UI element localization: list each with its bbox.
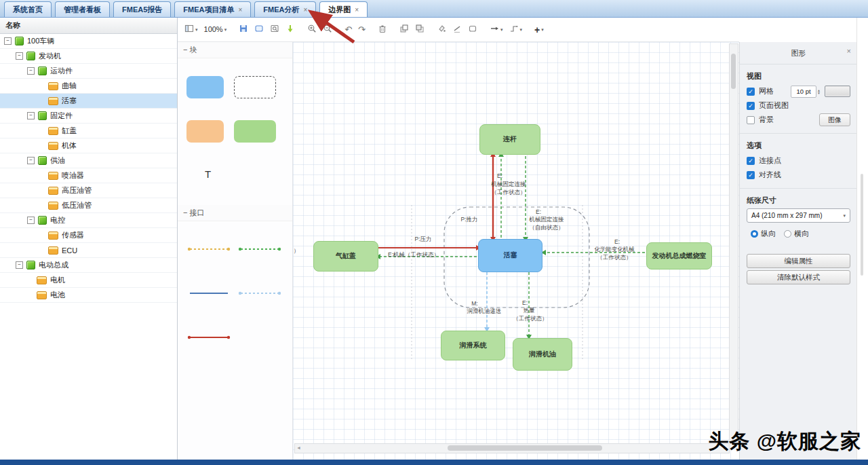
page-view-checkbox[interactable]: ✓ bbox=[747, 102, 755, 110]
vertical-scroll-thumb[interactable] bbox=[731, 54, 736, 89]
paper-size-select[interactable]: A4 (210 mm x 297 mm) ▾ bbox=[747, 208, 850, 223]
scroll-left-icon[interactable]: ◄ bbox=[296, 445, 301, 450]
tree-item[interactable]: 机体 bbox=[0, 138, 177, 153]
connector-style-icon[interactable]: ▾ bbox=[509, 24, 523, 35]
tree-item[interactable]: −100车辆 bbox=[0, 34, 177, 49]
guides-checkbox[interactable]: ✓ bbox=[747, 171, 755, 179]
diagram-block[interactable]: 连杆 bbox=[479, 124, 540, 155]
landscape-radio[interactable] bbox=[784, 230, 791, 238]
orange-block-shape[interactable] bbox=[186, 120, 224, 143]
green-block-shape[interactable] bbox=[234, 120, 276, 143]
tree-item[interactable]: 传感器 bbox=[0, 228, 177, 243]
tree-item[interactable]: 曲轴 bbox=[0, 79, 177, 94]
shape-icon[interactable] bbox=[254, 24, 264, 35]
connection-points-checkbox[interactable]: ✓ bbox=[747, 157, 755, 165]
dashed-line-lightblue[interactable] bbox=[237, 287, 282, 299]
zoom-out-icon[interactable] bbox=[323, 24, 332, 35]
download-icon[interactable] bbox=[285, 24, 295, 35]
tree-item-label: 活塞 bbox=[62, 96, 77, 106]
tree-item[interactable]: −运动件 bbox=[0, 64, 177, 79]
guides-label: 对齐线 bbox=[759, 170, 781, 180]
zoom-window-icon[interactable] bbox=[270, 24, 279, 35]
edit-properties-button[interactable]: 编辑属性 bbox=[747, 254, 850, 268]
grid-size-stepper[interactable]: ▲▼ bbox=[817, 89, 821, 94]
diagram-block[interactable]: 润滑机油 bbox=[513, 338, 572, 371]
edge-label: E: bbox=[614, 238, 620, 245]
diagram-block[interactable]: 活塞 bbox=[478, 239, 542, 272]
tree-item[interactable]: 缸盖 bbox=[0, 124, 177, 138]
tree-item[interactable]: −发动机 bbox=[0, 49, 177, 64]
tree-item[interactable]: 喷油器 bbox=[0, 168, 177, 183]
fill-color-icon[interactable] bbox=[437, 24, 446, 35]
dashed-block-shape[interactable] bbox=[234, 76, 276, 98]
expand-toggle[interactable]: − bbox=[16, 52, 23, 60]
energy-line-yellow[interactable] bbox=[186, 243, 231, 255]
expand-toggle[interactable]: − bbox=[27, 217, 35, 224]
delete-icon[interactable] bbox=[378, 24, 387, 35]
physical-line-red[interactable] bbox=[186, 331, 231, 343]
diagram-block[interactable]: 发动机总成燃烧室 bbox=[646, 242, 712, 269]
edge-label: 润滑机油递送 bbox=[467, 308, 502, 316]
undo-icon[interactable]: ↶ bbox=[344, 25, 352, 34]
expand-toggle[interactable]: − bbox=[27, 112, 35, 119]
tree-item[interactable]: ECU bbox=[0, 243, 177, 258]
redo-icon[interactable]: ↷ bbox=[358, 25, 366, 34]
arrow-style-icon[interactable]: ▾ bbox=[490, 24, 503, 35]
diagram-block[interactable]: 气缸盖 bbox=[313, 241, 378, 272]
close-icon[interactable]: × bbox=[847, 47, 851, 55]
tree-item[interactable]: 电池 bbox=[0, 288, 177, 303]
palette-section-interfaces[interactable]: − 接口 bbox=[178, 205, 292, 221]
diagram-block[interactable]: 润滑系统 bbox=[441, 331, 505, 360]
palette-section-blocks[interactable]: − 块 bbox=[178, 42, 292, 58]
panel-scroll-thumb[interactable] bbox=[861, 174, 863, 276]
outline-icon[interactable] bbox=[468, 24, 477, 35]
expand-toggle[interactable]: − bbox=[16, 261, 23, 269]
tree-item[interactable]: −固定件 bbox=[0, 109, 177, 124]
tab-FMEA5报告[interactable]: FMEA5报告 bbox=[113, 1, 171, 17]
horizontal-scroll-thumb[interactable] bbox=[448, 445, 602, 451]
expand-toggle[interactable]: − bbox=[4, 37, 12, 45]
clear-default-style-button[interactable]: 清除默认样式 bbox=[747, 270, 850, 284]
tree-item[interactable]: 电机 bbox=[0, 273, 177, 288]
save-icon[interactable] bbox=[239, 24, 248, 35]
background-checkbox[interactable] bbox=[747, 116, 755, 124]
energy-line-green[interactable] bbox=[237, 243, 282, 255]
zoom-in-icon[interactable] bbox=[307, 24, 317, 35]
panel-toggle-icon[interactable]: ▾ bbox=[184, 24, 198, 35]
grid-size-input[interactable]: 10 pt bbox=[791, 86, 816, 98]
tree-item[interactable]: 低压油管 bbox=[0, 198, 177, 213]
grid-checkbox[interactable]: ✓ bbox=[747, 88, 755, 96]
grid-label: 网格 bbox=[759, 86, 774, 96]
tab-FMEA分析[interactable]: FMEA分析× bbox=[254, 1, 316, 17]
format-panel-title-text: 图形 bbox=[791, 49, 806, 57]
tab-close-icon[interactable]: × bbox=[355, 6, 359, 14]
tab-管理者看板[interactable]: 管理者看板 bbox=[55, 1, 110, 17]
horizontal-scrollbar[interactable]: ◄ ► bbox=[294, 443, 730, 453]
line-style-icon[interactable] bbox=[452, 24, 462, 35]
tab-系统首页[interactable]: 系统首页 bbox=[4, 1, 52, 17]
portrait-radio[interactable] bbox=[751, 230, 758, 238]
expand-toggle[interactable]: − bbox=[27, 157, 35, 164]
tree-item[interactable]: −电动总成 bbox=[0, 258, 177, 273]
tree-item[interactable]: −供油 bbox=[0, 153, 177, 168]
vertical-scrollbar[interactable] bbox=[729, 43, 738, 443]
watermark: 头条 @软服之家 bbox=[708, 428, 861, 455]
text-tool[interactable]: T bbox=[205, 168, 211, 180]
tab-FMEA项目清单[interactable]: FMEA项目清单× bbox=[174, 1, 251, 17]
tree-item[interactable]: −电控 bbox=[0, 213, 177, 228]
background-image-button[interactable]: 图像 bbox=[819, 113, 850, 126]
blue-block-shape[interactable] bbox=[186, 76, 224, 98]
solid-line-blue[interactable] bbox=[186, 287, 231, 299]
add-shape-icon[interactable]: +▾ bbox=[534, 25, 544, 35]
grid-color-swatch[interactable] bbox=[825, 86, 850, 97]
tree-item[interactable]: 高压油管 bbox=[0, 183, 177, 198]
expand-toggle[interactable]: − bbox=[27, 67, 35, 75]
tab-close-icon[interactable]: × bbox=[303, 6, 307, 14]
diagram-canvas[interactable]: ◄ ► 连杆活塞气缸盖发动机总成燃烧室润滑系统润滑机油E:机械固定连接（工作状态… bbox=[293, 42, 739, 460]
tab-边界图[interactable]: 边界图× bbox=[319, 1, 368, 17]
tree-item[interactable]: 活塞 bbox=[0, 94, 177, 109]
bring-front-icon[interactable] bbox=[399, 24, 409, 35]
tab-close-icon[interactable]: × bbox=[238, 6, 242, 14]
send-back-icon[interactable] bbox=[415, 24, 425, 35]
zoom-level-select[interactable]: 100%▾ bbox=[204, 26, 227, 33]
